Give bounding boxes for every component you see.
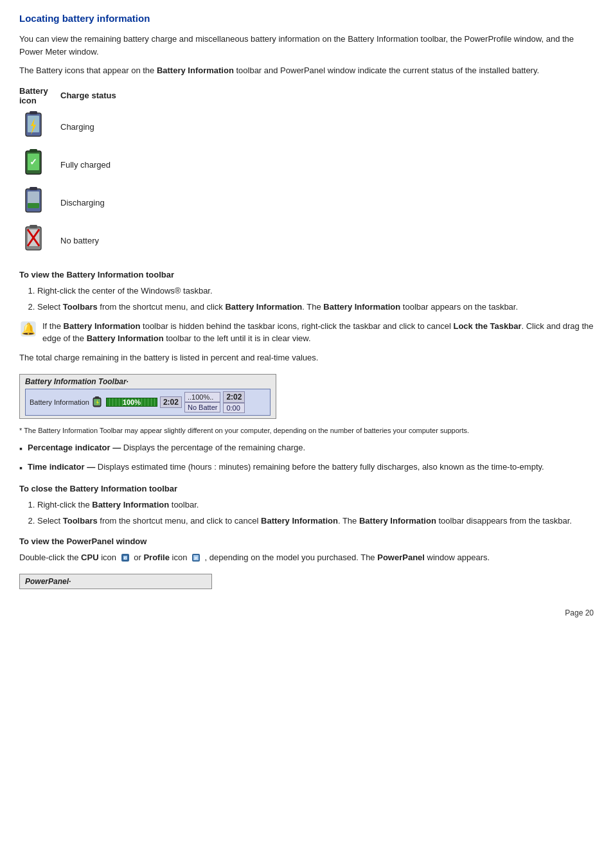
svg-rect-5 — [30, 149, 37, 152]
svg-rect-20 — [95, 396, 99, 398]
note-block: 🔔 If the Battery Information toolbar is … — [19, 320, 594, 345]
bullet-list: Percentage indicator — Displays the perc… — [19, 441, 594, 475]
toolbar-time-3: 0:00 — [223, 403, 245, 413]
battery-toolbar-box: Battery Information Toolbar· Battery Inf… — [19, 374, 276, 419]
svg-rect-13 — [30, 225, 37, 228]
bold-battery-info: Battery Information — [157, 66, 234, 75]
intro-paragraph-1: You can view the remaining battery charg… — [19, 33, 594, 58]
time-indicator-bold: Time indicator — — [28, 462, 95, 472]
powerpanel-intro: Double-click the CPU icon C or Profile i… — [19, 551, 594, 564]
step-1-close: Right-click the Battery Information tool… — [37, 499, 594, 511]
powerpanel-box-title: PowerPanel· — [25, 577, 206, 586]
note-icon: 🔔 — [19, 320, 37, 342]
asterisk-note: * The Battery Information Toolbar may ap… — [19, 425, 594, 436]
bullet-percentage: Percentage indicator — Displays the perc… — [19, 441, 594, 456]
charge-status-charging: Charging — [60, 108, 124, 146]
steps-view-toolbar: Right-click the center of the Windows® t… — [37, 285, 594, 314]
step-2-view: Select Toolbars from the shortcut menu, … — [37, 301, 594, 314]
section-close-toolbar: To close the Battery Information toolbar — [19, 484, 594, 493]
toolbar-time-2: 2:02 — [223, 391, 245, 403]
steps-close-toolbar: Right-click the Battery Information tool… — [37, 499, 594, 527]
svg-rect-11 — [28, 203, 39, 208]
svg-text:P: P — [195, 556, 197, 560]
toolbar-pct-bar: 100% — [106, 398, 157, 407]
powerpanel-box: PowerPanel· — [19, 574, 212, 589]
battery-table: Battery icon Charge status Charging — [19, 84, 124, 260]
battery-row-fully-charged: ✓ Fully charged — [19, 146, 124, 184]
time-indicator-text: Displays estimated time (hours : minutes… — [98, 462, 544, 472]
battery-row-charging: Charging — [19, 108, 124, 146]
battery-row-no-battery: No battery — [19, 222, 124, 260]
battery-icon-charging — [19, 111, 48, 141]
svg-rect-9 — [30, 187, 37, 190]
svg-text:🔔: 🔔 — [21, 322, 36, 336]
toolbar-time: 2:02 — [160, 396, 182, 408]
page-title: Locating battery information — [19, 13, 594, 24]
toolbar-content: Battery Information 100% 2:02 ..100%.. N… — [25, 389, 271, 416]
section-view-toolbar: To view the Battery Information toolbar — [19, 270, 594, 279]
profile-icon: P — [191, 553, 201, 563]
battery-table-section: Battery icon Charge status Charging — [19, 84, 594, 260]
battery-icon-no-battery — [19, 224, 48, 255]
col-header-status: Charge status — [60, 84, 124, 108]
battery-row-discharging: Discharging — [19, 184, 124, 222]
battery-icon-fully-charged: ✓ — [19, 148, 48, 179]
toolbar-pct-display: ..100%.. — [184, 392, 220, 402]
percentage-indicator-bold: Percentage indicator — — [28, 443, 121, 452]
page-number: Page 20 — [19, 608, 594, 617]
charge-status-no-battery: No battery — [60, 222, 124, 260]
toolbar-no-battery-label: No Batter — [188, 403, 217, 411]
toolbar-label: Battery Information — [30, 398, 89, 406]
battery-icon-discharging — [19, 186, 48, 217]
toolbar-box-title: Battery Information Toolbar· — [25, 377, 271, 386]
cpu-icon: C — [120, 553, 130, 563]
pct-bar-text: 100% — [123, 398, 141, 406]
total-charge-text: The total charge remaining in the batter… — [19, 351, 594, 364]
charge-status-discharging: Discharging — [60, 184, 124, 222]
col-header-icon: Battery icon — [19, 84, 60, 108]
toolbar-battery-mini-icon — [92, 396, 103, 408]
bullet-time: Time indicator — Displays estimated time… — [19, 461, 594, 475]
section-powerpanel: To view the PowerPanel window — [19, 536, 594, 546]
step-1-view: Right-click the center of the Windows® t… — [37, 285, 594, 297]
charge-status-fully-charged: Fully charged — [60, 146, 124, 184]
intro-paragraph-2: The Battery icons that appear on the Bat… — [19, 64, 594, 77]
svg-text:C: C — [123, 556, 127, 560]
svg-rect-1 — [30, 111, 37, 114]
svg-text:✓: ✓ — [30, 157, 37, 167]
percentage-indicator-text: Displays the percentage of the remaining… — [123, 443, 305, 452]
note-text: If the Battery Information toolbar is hi… — [42, 320, 594, 345]
step-2-close: Select Toolbars from the shortcut menu, … — [37, 515, 594, 527]
